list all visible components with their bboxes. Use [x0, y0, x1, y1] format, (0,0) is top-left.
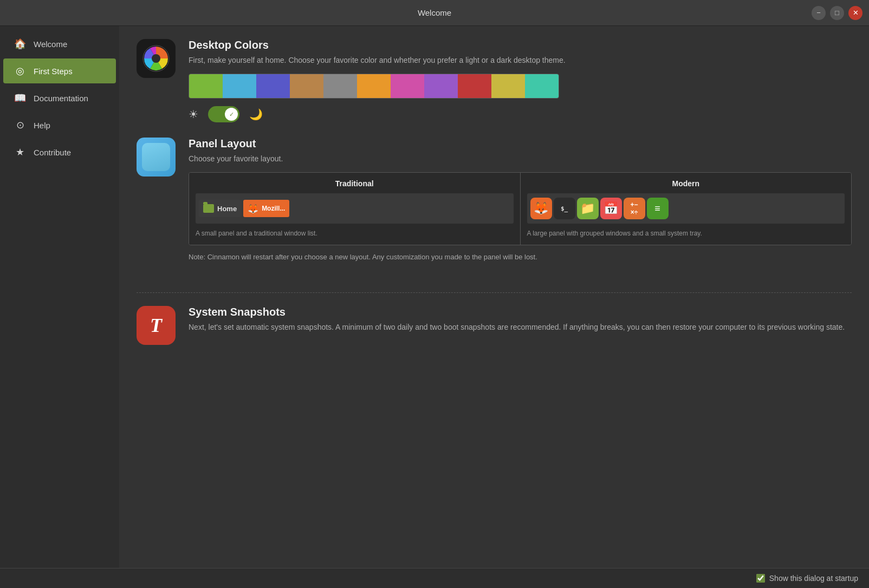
section-separator [137, 292, 852, 293]
swatch-yellow[interactable] [491, 74, 525, 98]
mozilla-icon: 🦊 [248, 204, 258, 214]
footer: Show this dialog at startup [0, 568, 869, 588]
traditional-desc: A small panel and a traditional window l… [196, 229, 514, 238]
startup-checkbox-text: Show this dialog at startup [769, 574, 858, 583]
snapshots-title: System Snapshots [189, 306, 852, 318]
traditional-preview: Home 🦊 Mozill... [196, 193, 514, 224]
app-body: 🏠 Welcome ◎ First Steps 📖 Documentation … [0, 26, 869, 568]
panel-layouts-container: Traditional Home 🦊 Mozill... A small [189, 172, 852, 245]
dark-mode-toggle[interactable]: ✓ [208, 106, 239, 122]
desktop-colors-desc: First, make yourself at home. Choose you… [189, 55, 852, 66]
panel-flat-graphic [142, 143, 170, 171]
startup-checkbox-label[interactable]: Show this dialog at startup [756, 574, 858, 583]
sidebar-item-contribute[interactable]: ★ Contribute [3, 140, 116, 165]
desktop-colors-icon [137, 39, 176, 78]
swatch-light-blue[interactable] [223, 74, 256, 98]
panel-layout-title: Panel Layout [189, 138, 852, 150]
home-taskbar-item: Home [199, 200, 241, 217]
snapshot-letter: T [150, 314, 162, 337]
swatch-teal[interactable] [525, 74, 559, 98]
panel-option-traditional[interactable]: Traditional Home 🦊 Mozill... A small [189, 173, 521, 245]
desktop-colors-section: Desktop Colors First, make yourself at h… [137, 39, 852, 122]
startup-checkbox[interactable] [756, 574, 765, 583]
desktop-colors-content: Desktop Colors First, make yourself at h… [189, 39, 852, 122]
sidebar-label-documentation: Documentation [34, 94, 88, 103]
book-icon: 📖 [14, 92, 26, 104]
sidebar-label-first-steps: First Steps [34, 67, 73, 76]
swatch-tan[interactable] [290, 74, 323, 98]
modern-icons-row: 🦊 $_ 📁 📅 +−×÷ ≡ [530, 198, 669, 219]
sidebar-label-help: Help [34, 121, 50, 130]
color-wheel-svg [142, 44, 170, 73]
calendar-icon: 📅 [600, 198, 622, 219]
sun-icon: ☀ [189, 108, 198, 121]
sidebar-item-welcome[interactable]: 🏠 Welcome [3, 31, 116, 56]
sidebar: 🏠 Welcome ◎ First Steps 📖 Documentation … [0, 26, 119, 568]
mozilla-label: Mozill... [262, 205, 285, 212]
swatch-gray[interactable] [323, 74, 357, 98]
home-label: Home [217, 205, 237, 213]
sidebar-item-first-steps[interactable]: ◎ First Steps [3, 58, 116, 83]
swatch-green[interactable] [189, 74, 223, 98]
sidebar-item-documentation[interactable]: 📖 Documentation [3, 86, 116, 110]
first-steps-icon: ◎ [14, 65, 26, 77]
minimize-button[interactable]: − [812, 6, 826, 20]
traditional-title: Traditional [196, 179, 514, 188]
swatch-orange[interactable] [357, 74, 391, 98]
modern-desc: A large panel with grouped windows and a… [527, 229, 845, 238]
main-content: Desktop Colors First, make yourself at h… [119, 26, 869, 568]
files-icon: 📁 [577, 198, 599, 219]
calculator-icon: +−×÷ [624, 198, 645, 219]
maximize-button[interactable]: □ [830, 6, 844, 20]
moon-icon: 🌙 [249, 108, 263, 121]
window-controls: − □ ✕ [812, 6, 862, 20]
help-icon: ⊙ [14, 119, 26, 131]
swatch-pink[interactable] [391, 74, 424, 98]
theme-toggle-row: ☀ ✓ 🌙 [189, 106, 852, 122]
toggle-knob: ✓ [225, 108, 238, 121]
sidebar-item-help[interactable]: ⊙ Help [3, 113, 116, 138]
color-swatches [189, 74, 559, 99]
panel-option-modern[interactable]: Modern 🦊 $_ 📁 📅 +−×÷ ≡ A large pa [521, 173, 852, 245]
mozilla-taskbar-item: 🦊 Mozill... [243, 200, 289, 217]
terminal-icon: $_ [554, 198, 575, 219]
sidebar-label-contribute: Contribute [34, 148, 71, 157]
system-snapshots-section: T System Snapshots Next, let's set autom… [137, 306, 852, 345]
snapshots-content: System Snapshots Next, let's set automat… [189, 306, 852, 341]
swatch-blue[interactable] [256, 74, 290, 98]
more-icon: ≡ [647, 198, 669, 219]
firefox-icon: 🦊 [530, 198, 552, 219]
sidebar-label-welcome: Welcome [34, 40, 67, 49]
panel-layout-desc: Choose your favorite layout. [189, 153, 852, 165]
swatch-purple[interactable] [424, 74, 458, 98]
desktop-colors-title: Desktop Colors [189, 39, 852, 51]
titlebar: Welcome − □ ✕ [0, 0, 869, 26]
panel-layout-icon [137, 138, 176, 177]
panel-layout-section: Panel Layout Choose your favorite layout… [137, 138, 852, 277]
modern-title: Modern [527, 179, 845, 188]
home-icon: 🏠 [14, 38, 26, 50]
star-icon: ★ [14, 146, 26, 158]
panel-note: Note: Cinnamon will restart after you ch… [189, 252, 852, 263]
snapshots-desc: Next, let's set automatic system snapsho… [189, 322, 852, 333]
svg-point-1 [152, 54, 160, 63]
snapshots-icon: T [137, 306, 176, 345]
swatch-red[interactable] [458, 74, 491, 98]
folder-icon [203, 204, 214, 213]
window-title: Welcome [418, 8, 451, 17]
panel-layout-content: Panel Layout Choose your favorite layout… [189, 138, 852, 277]
modern-preview: 🦊 $_ 📁 📅 +−×÷ ≡ [527, 193, 845, 224]
close-button[interactable]: ✕ [848, 6, 862, 20]
